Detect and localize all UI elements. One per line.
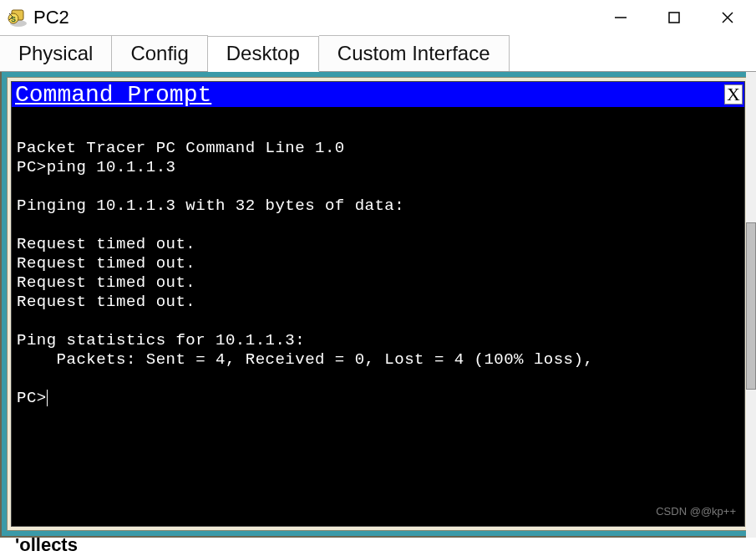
command-prompt-title: Command Prompt <box>15 82 211 108</box>
inner-frame: Command Prompt X Packet Tracer PC Comman… <box>7 77 749 531</box>
terminal-text: Packet Tracer PC Command Line 1.0 PC>pin… <box>17 139 593 407</box>
command-prompt-close-button[interactable]: X <box>724 84 743 105</box>
window-title: PC2 <box>33 7 594 28</box>
tab-bar: Physical Config Desktop Custom Interface <box>0 35 756 72</box>
tab-config[interactable]: Config <box>112 35 207 71</box>
app-icon: S <box>7 7 28 28</box>
watermark: CSDN @@kp++ <box>656 505 736 518</box>
svg-rect-5 <box>669 13 679 23</box>
close-button[interactable] <box>701 2 754 33</box>
window-controls <box>594 2 754 33</box>
window-titlebar: S PC2 <box>0 0 756 35</box>
minimize-button[interactable] <box>594 2 647 33</box>
maximize-button[interactable] <box>647 2 701 33</box>
tab-custom-interface[interactable]: Custom Interface <box>319 35 510 71</box>
vertical-scrollbar[interactable] <box>746 72 756 538</box>
command-prompt-titlebar[interactable]: Command Prompt X <box>12 82 744 107</box>
cursor <box>47 390 48 406</box>
scrollbar-thumb[interactable] <box>746 222 756 390</box>
tab-desktop[interactable]: Desktop <box>208 36 319 72</box>
desktop-area: Command Prompt X Packet Tracer PC Comman… <box>0 72 756 538</box>
bottom-fragment: 'ollects <box>15 534 78 556</box>
command-prompt-output[interactable]: Packet Tracer PC Command Line 1.0 PC>pin… <box>12 107 744 526</box>
command-prompt-window: Command Prompt X Packet Tracer PC Comman… <box>11 81 745 527</box>
tab-physical[interactable]: Physical <box>0 35 112 71</box>
